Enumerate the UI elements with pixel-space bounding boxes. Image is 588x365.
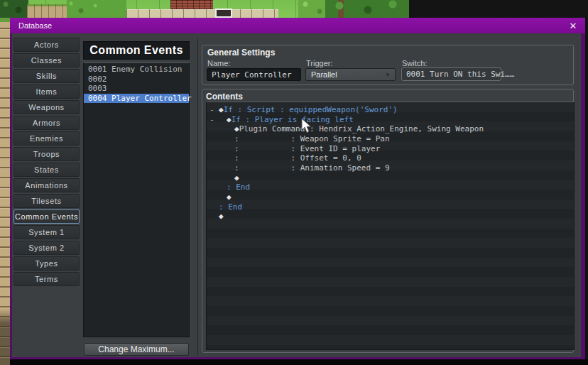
event-line[interactable]: ◆: [207, 192, 574, 202]
list-item[interactable]: 0002: [84, 75, 189, 85]
gutter: [207, 153, 219, 163]
list-item[interactable]: 0001 Enemy Collision: [84, 65, 189, 75]
tab-enemies[interactable]: Enemies: [13, 131, 80, 146]
tab-items[interactable]: Items: [13, 85, 80, 99]
common-events-header: Common Events: [83, 41, 190, 60]
tree-tiles-right: [325, 0, 409, 18]
common-events-list[interactable]: 0001 Enemy Collision 0002 0003 0004 Play…: [83, 62, 190, 337]
event-line[interactable]: : End: [207, 202, 574, 212]
tab-tilesets[interactable]: Tilesets: [13, 194, 80, 208]
diamond-icon: ◆: [219, 212, 224, 221]
tab-actors[interactable]: Actors: [13, 38, 80, 52]
tab-weapons[interactable]: Weapons: [13, 100, 80, 114]
tab-system-1[interactable]: System 1: [13, 225, 80, 239]
event-command-list[interactable]: -◆If : Script : equippedWeapon('Sword') …: [206, 102, 575, 350]
close-icon[interactable]: ✕: [567, 19, 579, 32]
game-map-left-column: [0, 18, 10, 365]
game-map-strip: [0, 0, 588, 18]
name-label: Name:: [207, 59, 230, 67]
gutter: [207, 134, 219, 144]
trigger-value: Parallel: [311, 70, 337, 79]
event-line[interactable]: ◆: [207, 173, 574, 183]
event-text: If : Player is facing left: [232, 115, 354, 124]
event-line[interactable]: : : Animation Speed = 9: [207, 163, 574, 173]
trigger-label: Trigger:: [306, 59, 333, 67]
tab-label: Tilesets: [31, 197, 61, 205]
list-item[interactable]: 0003: [84, 84, 189, 94]
window-body: Actors Classes Skills Items Weapons Armo…: [12, 33, 581, 357]
event-text: : : Offset = 0, 0: [234, 153, 361, 163]
tab-terms[interactable]: Terms: [13, 272, 80, 286]
tree-tiles-left: [0, 0, 28, 18]
gutter: [207, 212, 219, 222]
diamond-icon: ◆: [234, 173, 239, 182]
bush-tiles: [67, 0, 126, 18]
gutter: [207, 182, 219, 192]
event-line[interactable]: : End: [207, 182, 574, 192]
contents-group: Contents -◆If : Script : equippedWeapon(…: [202, 89, 574, 353]
switch-label: Switch:: [402, 59, 427, 67]
database-window: Database ✕ Actors Classes Skills Items W…: [10, 18, 585, 359]
event-line[interactable]: ◆: [207, 212, 574, 222]
general-settings-group: General Settings Name: Trigger: Parallel…: [202, 45, 574, 85]
switch-button[interactable]: 0001 Turn ON this Swi……: [401, 67, 501, 81]
cliff-tiles: [27, 4, 67, 18]
tab-label: Common Events: [15, 212, 78, 221]
brick-building-tiles: [170, 0, 213, 9]
event-line[interactable]: ◆Plugin Command : Hendrix_Action_Engine,…: [207, 124, 574, 134]
event-text: : : Event ID = player: [234, 144, 380, 153]
tab-system-2[interactable]: System 2: [13, 241, 80, 255]
tab-label: Armors: [33, 119, 60, 127]
gutter: [207, 173, 219, 183]
tab-label: Animations: [25, 181, 67, 190]
event-line[interactable]: : : Offset = 0, 0: [207, 153, 574, 163]
window-title: Database: [10, 21, 52, 30]
tab-common-events[interactable]: Common Events: [13, 209, 80, 224]
contents-title: Contents: [202, 89, 573, 102]
tab-label: System 2: [28, 244, 65, 252]
diamond-icon: ◆: [234, 124, 239, 134]
tab-label: Types: [35, 259, 58, 268]
event-text: : End: [227, 182, 250, 192]
tab-skills[interactable]: Skills: [13, 69, 80, 83]
tab-label: System 1: [28, 228, 65, 236]
gutter: [207, 124, 219, 134]
tab-states[interactable]: States: [13, 163, 80, 177]
list-item-selected[interactable]: 0004 Player Controller: [84, 94, 189, 104]
event-line[interactable]: : : Event ID = player: [207, 144, 574, 154]
diamond-icon: ◆: [227, 192, 232, 202]
tab-troops[interactable]: Troops: [13, 147, 80, 161]
tab-label: Skills: [36, 72, 57, 80]
tab-label: Troops: [33, 150, 60, 158]
gutter: [207, 163, 219, 173]
gutter: [207, 192, 219, 202]
gutter: [207, 202, 219, 212]
event-line[interactable]: -◆If : Script : equippedWeapon('Sword'): [207, 105, 574, 115]
tab-label: States: [34, 165, 59, 174]
tab-label: Terms: [35, 275, 58, 283]
change-maximum-button[interactable]: Change Maximum...: [84, 343, 189, 356]
tab-label: Actors: [34, 40, 59, 49]
event-text: Plugin Command : Hendrix_Action_Engine, …: [239, 124, 484, 134]
tab-classes[interactable]: Classes: [13, 53, 80, 67]
diamond-icon: ◆: [219, 105, 224, 114]
event-text: : : Animation Speed = 9: [234, 163, 390, 173]
stone-path-tiles: [126, 9, 278, 18]
tab-types[interactable]: Types: [13, 256, 80, 271]
tab-label: Items: [36, 87, 58, 96]
trigger-select[interactable]: Parallel ▼: [305, 68, 396, 81]
screen-bottom-strip: [10, 359, 588, 365]
tab-label: Weapons: [28, 103, 64, 111]
collapse-marker[interactable]: -: [207, 115, 219, 125]
window-titlebar[interactable]: Database ✕: [10, 18, 585, 33]
name-input[interactable]: [207, 68, 301, 81]
event-line[interactable]: -◆If : Player is facing left: [207, 115, 574, 125]
tab-animations[interactable]: Animations: [13, 178, 80, 192]
event-line[interactable]: : : Weapon Sprite = Pan: [207, 134, 574, 144]
event-text: : End: [219, 202, 242, 212]
collapse-marker[interactable]: -: [207, 105, 219, 115]
general-settings-title: General Settings: [202, 45, 573, 58]
door-tile-cursor: [215, 9, 232, 18]
gutter: [207, 144, 219, 154]
tab-armors[interactable]: Armors: [13, 116, 80, 130]
